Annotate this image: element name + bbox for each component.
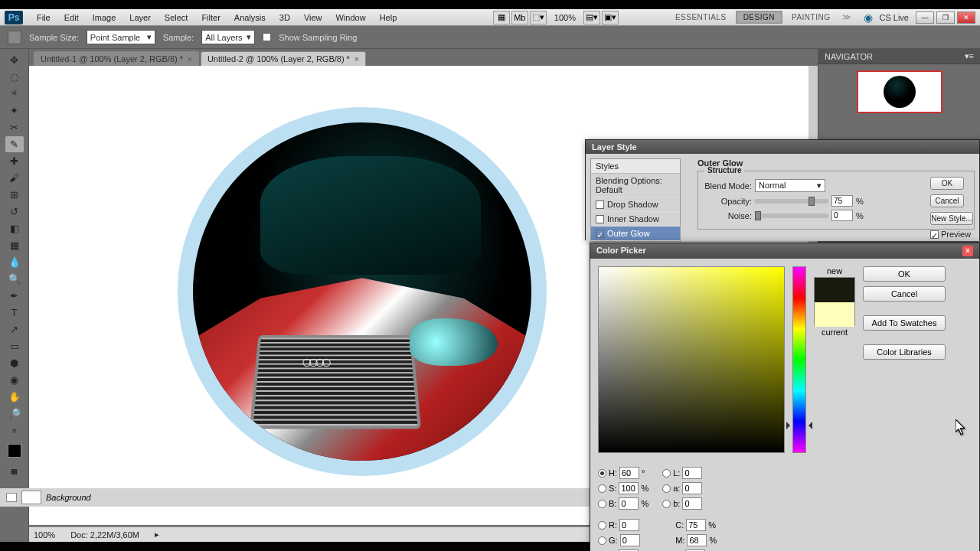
blending-options[interactable]: Blending Options: Default [591, 174, 680, 197]
bridge-icon[interactable]: ▦ [493, 11, 510, 24]
marquee-tool[interactable]: ◌ [5, 69, 24, 85]
maximize-button[interactable]: ❐ [936, 11, 955, 24]
stamp-tool[interactable]: ⊞ [5, 187, 24, 203]
b-input[interactable] [619, 497, 639, 510]
menu-layer[interactable]: Layer [123, 11, 157, 24]
c-input[interactable] [686, 519, 706, 531]
fx-drop-shadow[interactable]: Drop Shadow [591, 197, 680, 212]
cslive-button[interactable]: CS Live [874, 13, 913, 22]
s-input[interactable] [619, 482, 639, 494]
cp-cancel-button[interactable]: Cancel [863, 286, 946, 302]
lab-b-input[interactable] [682, 497, 702, 510]
arrange-icon[interactable]: ▤▾ [583, 11, 600, 24]
ls-ok-button[interactable]: OK [930, 177, 964, 190]
crop-tool[interactable]: ✂ [5, 119, 24, 135]
eyedropper-tool[interactable]: ✎ [5, 136, 24, 152]
menu-view[interactable]: View [298, 11, 328, 24]
brush-tool[interactable]: 🖌 [5, 170, 24, 186]
opacity-slider[interactable] [755, 199, 828, 204]
menu-3d[interactable]: 3D [273, 11, 296, 24]
b-radio[interactable] [598, 500, 606, 508]
foreground-color[interactable] [8, 444, 21, 458]
menu-analysis[interactable]: Analysis [228, 11, 272, 24]
zoom-level[interactable]: 100% [548, 11, 582, 24]
noise-input[interactable] [831, 210, 853, 221]
shape-tool[interactable]: ▭ [5, 338, 24, 354]
blur-tool[interactable]: 💧 [5, 254, 24, 270]
3d-tool[interactable]: ⬢ [5, 355, 24, 371]
navigator-panel-tab[interactable]: NAVIGATOR▾≡ [818, 49, 980, 64]
fx-outer-glow[interactable]: ✓Outer Glow [591, 227, 680, 241]
h-input[interactable] [619, 467, 639, 479]
heal-tool[interactable]: ✚ [5, 153, 24, 169]
wand-tool[interactable]: ✦ [5, 103, 24, 119]
history-brush-tool[interactable]: ↺ [5, 204, 24, 220]
3d-camera-tool[interactable]: ◉ [5, 372, 24, 388]
l-radio[interactable] [662, 469, 671, 478]
hue-slider[interactable] [792, 266, 806, 453]
sample-size-dropdown[interactable]: Point Sample▾ [87, 30, 155, 44]
g-input[interactable] [620, 534, 640, 546]
eraser-tool[interactable]: ◧ [5, 220, 24, 236]
extras-icon[interactable]: ▣▾ [602, 11, 619, 24]
type-tool[interactable]: T [5, 305, 24, 321]
h-radio[interactable] [598, 469, 606, 478]
r-input[interactable] [619, 519, 639, 531]
hand-tool[interactable]: ✋ [5, 389, 24, 405]
workspace-more-icon[interactable]: ≫ [839, 12, 854, 22]
tab-close-icon[interactable]: × [188, 55, 192, 64]
styles-header[interactable]: Styles [591, 159, 680, 174]
sample-dropdown[interactable]: All Layers▾ [201, 30, 255, 44]
menu-window[interactable]: Window [330, 11, 372, 24]
show-ring-checkbox[interactable] [263, 33, 271, 41]
move-tool[interactable]: ✥ [5, 52, 24, 68]
noise-slider[interactable] [755, 214, 828, 218]
m-input[interactable] [687, 534, 707, 546]
close-button[interactable]: ✕ [957, 11, 975, 24]
tab-close-icon[interactable]: × [354, 55, 359, 64]
g-radio[interactable] [598, 536, 606, 545]
document-tab-1[interactable]: Untitled-1 @ 100% (Layer 2, RGB/8) * × [34, 51, 199, 66]
lasso-tool[interactable]: ༄ [5, 86, 24, 102]
s-radio[interactable] [598, 484, 606, 493]
gradient-tool[interactable]: ▦ [5, 237, 24, 253]
menu-filter[interactable]: Filter [195, 11, 226, 24]
color-libraries-button[interactable]: Color Libraries [863, 344, 946, 360]
status-zoom[interactable]: 100% [34, 530, 55, 540]
workspace-essentials[interactable]: ESSENTIALS [668, 11, 734, 24]
zoom-tool[interactable]: 🔎 [5, 406, 24, 422]
l-input[interactable] [682, 467, 702, 479]
workspace-painting[interactable]: PAINTING [784, 11, 838, 24]
opacity-input[interactable] [831, 195, 853, 207]
menu-help[interactable]: Help [374, 11, 403, 24]
minimize-button[interactable]: — [916, 11, 934, 24]
workspace-design[interactable]: DESIGN [736, 11, 782, 24]
ls-newstyle-button[interactable]: New Style... [930, 212, 973, 225]
a-radio[interactable] [662, 484, 671, 493]
menu-file[interactable]: File [31, 11, 57, 24]
menu-image[interactable]: Image [87, 11, 122, 24]
add-swatches-button[interactable]: Add To Swatches [863, 315, 946, 331]
a-input[interactable] [682, 482, 702, 494]
lab-b-radio[interactable] [662, 500, 671, 508]
r-radio[interactable] [598, 521, 606, 530]
cp-ok-button[interactable]: OK [863, 266, 946, 282]
pen-tool[interactable]: ✒ [5, 288, 24, 304]
document-tab-2[interactable]: Untitled-2 @ 100% (Layer 2, RGB/8) * × [201, 51, 366, 66]
ls-cancel-button[interactable]: Cancel [930, 194, 964, 207]
quickmask-icon[interactable]: ◙ [5, 463, 24, 479]
close-icon[interactable]: × [962, 246, 973, 256]
visibility-icon[interactable] [6, 493, 17, 502]
path-tool[interactable]: ↗ [5, 321, 24, 337]
preview-checkbox[interactable]: ✓ [930, 230, 939, 239]
menu-select[interactable]: Select [158, 11, 194, 24]
screen-mode-icon[interactable]: ⬚▾ [530, 11, 547, 24]
layer-style-title[interactable]: Layer Style [586, 140, 979, 154]
saturation-value-field[interactable] [598, 266, 785, 453]
swap-colors-icon[interactable]: ⤱ [5, 422, 24, 439]
blend-mode-dropdown[interactable]: Normal▾ [755, 179, 825, 192]
fx-inner-shadow[interactable]: Inner Shadow [591, 212, 680, 227]
dodge-tool[interactable]: 🔍 [5, 271, 24, 287]
minibridge-icon[interactable]: Mb [511, 11, 528, 24]
menu-edit[interactable]: Edit [58, 11, 85, 24]
